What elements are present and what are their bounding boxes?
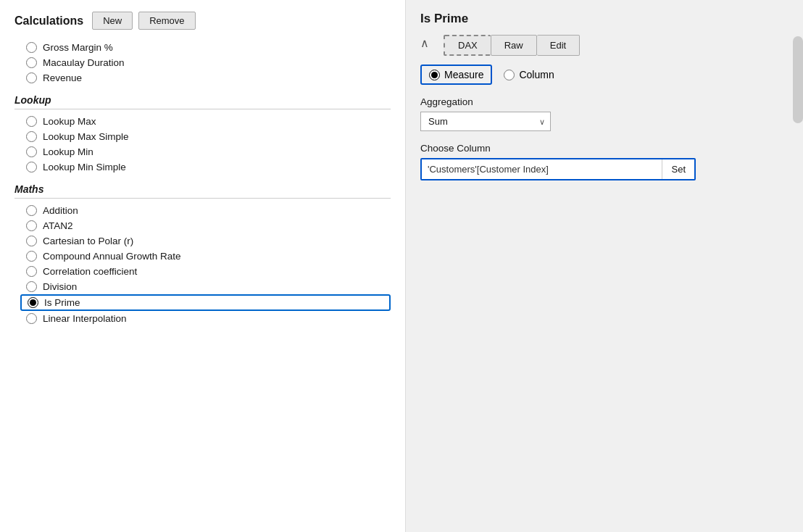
- item-label: Lookup Max Simple: [43, 131, 129, 142]
- list-item[interactable]: ATAN2: [14, 218, 391, 233]
- list-item[interactable]: Macaulay Duration: [14, 55, 391, 70]
- cartesian-radio[interactable]: [26, 236, 37, 246]
- atan2-radio[interactable]: [26, 220, 37, 231]
- item-label: ATAN2: [43, 220, 73, 231]
- measure-label: Measure: [444, 69, 483, 80]
- column-input[interactable]: [422, 159, 662, 179]
- right-panel: Is Prime ∧ DAX Raw Edit Measure Column A…: [406, 0, 803, 532]
- lookup-divider: [14, 109, 391, 109]
- item-label: Revenue: [43, 72, 82, 83]
- list-item[interactable]: Compound Annual Growth Rate: [14, 249, 391, 264]
- list-item[interactable]: Lookup Max: [14, 114, 391, 129]
- lookup-max-simple-radio[interactable]: [26, 131, 37, 142]
- list-item[interactable]: Division: [14, 279, 391, 294]
- list-item[interactable]: Linear Interpolation: [14, 311, 391, 326]
- item-label: Lookup Min: [43, 146, 93, 157]
- list-item[interactable]: Correlation coefficient: [14, 264, 391, 279]
- item-label: Compound Annual Growth Rate: [43, 251, 181, 262]
- new-button[interactable]: New: [92, 12, 133, 30]
- aggregation-label: Aggregation: [420, 96, 789, 107]
- column-label: Column: [519, 69, 554, 80]
- is-prime-list-item[interactable]: Is Prime: [20, 294, 391, 311]
- remove-button[interactable]: Remove: [138, 12, 195, 30]
- is-prime-radio[interactable]: [28, 297, 38, 308]
- choose-column-section: Choose Column Set: [420, 143, 789, 180]
- view-buttons: DAX Raw Edit: [444, 35, 789, 56]
- top-bar: Calculations New Remove: [14, 12, 391, 30]
- maths-list: Addition ATAN2 Cartesian to Polar (r) Co…: [14, 203, 391, 326]
- column-wrapper[interactable]: Column: [504, 69, 554, 80]
- set-button[interactable]: Set: [662, 159, 694, 179]
- calculations-list: Gross Margin % Macaulay Duration Revenue: [14, 40, 391, 86]
- aggregation-select[interactable]: SumAverageMinMaxCount: [420, 112, 551, 131]
- item-label: Is Prime: [44, 297, 80, 308]
- list-item[interactable]: Addition: [14, 203, 391, 218]
- list-item[interactable]: Gross Margin %: [14, 40, 391, 55]
- item-label: Correlation coefficient: [43, 266, 137, 277]
- item-label: Lookup Min Simple: [43, 162, 126, 173]
- lookup-list: Lookup Max Lookup Max Simple Lookup Min …: [14, 114, 391, 175]
- list-item[interactable]: Lookup Max Simple: [14, 129, 391, 144]
- aggregation-select-wrapper: SumAverageMinMaxCount: [420, 112, 551, 131]
- item-label: Division: [43, 281, 77, 292]
- measure-column-row: Measure Column: [420, 65, 789, 85]
- lookup-min-simple-radio[interactable]: [26, 162, 37, 173]
- linear-interp-radio[interactable]: [26, 313, 37, 324]
- measure-radio[interactable]: [429, 70, 440, 80]
- raw-button[interactable]: Raw: [491, 35, 537, 56]
- item-label: Gross Margin %: [43, 42, 113, 53]
- addition-radio[interactable]: [26, 205, 37, 216]
- dax-button[interactable]: DAX: [444, 35, 491, 56]
- choose-column-label: Choose Column: [420, 143, 789, 154]
- list-item[interactable]: Lookup Min Simple: [14, 159, 391, 175]
- item-label: Macaulay Duration: [43, 57, 125, 68]
- item-label: Addition: [43, 205, 78, 216]
- measure-wrapper[interactable]: Measure: [420, 65, 492, 85]
- correlation-radio[interactable]: [26, 266, 37, 277]
- right-scrollbar[interactable]: [793, 36, 803, 123]
- column-radio[interactable]: [504, 70, 515, 80]
- lookup-section-label: Lookup: [14, 94, 391, 106]
- list-item[interactable]: Revenue: [14, 70, 391, 86]
- item-label: Lookup Max: [43, 116, 96, 127]
- item-label: Linear Interpolation: [43, 313, 127, 324]
- column-input-row: Set: [420, 158, 696, 180]
- maths-divider: [14, 198, 391, 199]
- item-label: Cartesian to Polar (r): [43, 236, 133, 246]
- left-panel: Calculations New Remove Gross Margin % M…: [0, 0, 406, 532]
- gross-margin-radio[interactable]: [26, 42, 37, 53]
- calculations-title: Calculations: [14, 14, 83, 28]
- lookup-min-radio[interactable]: [26, 146, 37, 157]
- lookup-max-radio[interactable]: [26, 116, 37, 127]
- cagr-radio[interactable]: [26, 251, 37, 262]
- list-item[interactable]: Lookup Min: [14, 144, 391, 159]
- scroll-up-icon[interactable]: ∧: [420, 36, 429, 50]
- division-radio[interactable]: [26, 281, 37, 292]
- list-item[interactable]: Cartesian to Polar (r): [14, 233, 391, 249]
- aggregation-section: Aggregation SumAverageMinMaxCount: [420, 96, 789, 131]
- revenue-radio[interactable]: [26, 72, 37, 83]
- edit-button[interactable]: Edit: [537, 35, 580, 56]
- macaulay-radio[interactable]: [26, 57, 37, 68]
- right-title: Is Prime: [420, 12, 789, 26]
- maths-section-label: Maths: [14, 183, 391, 195]
